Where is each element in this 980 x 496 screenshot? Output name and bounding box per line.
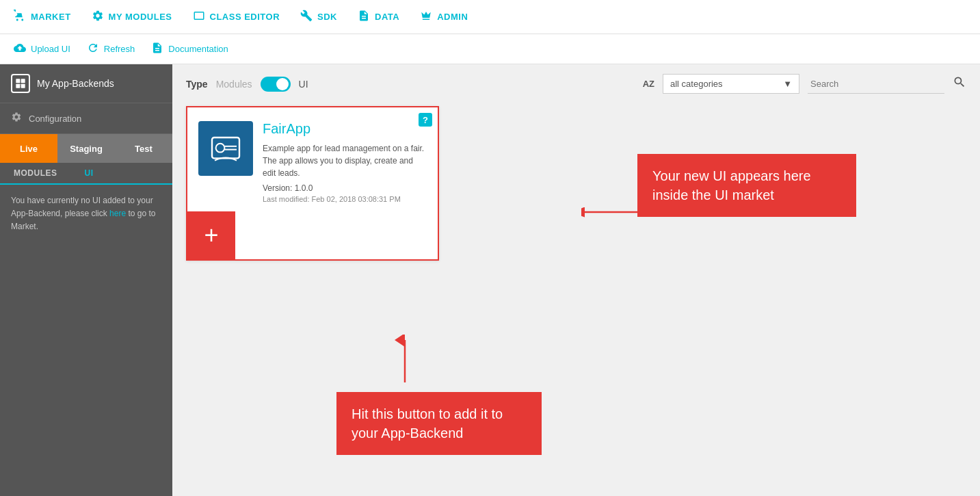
app-last-modified: Last modified: Feb 02, 2018 03:08:31 PM [263,195,427,203]
admin-icon [420,10,432,25]
refresh-icon [87,42,99,57]
type-modules-label: Modules [216,79,252,90]
tab-modules[interactable]: MODULES [0,163,71,183]
nav-data[interactable]: DATA [358,10,399,25]
documentation-icon [151,42,163,57]
callout-right: Your new UI appears here inside the UI m… [637,154,856,217]
documentation-label: Documentation [168,44,228,54]
app-card-footer: + [187,211,438,259]
help-button[interactable]: ? [419,113,432,127]
module-tabs: MODULES UI [0,163,172,185]
env-tabs: Live Staging Test [0,134,172,163]
nav-class-editor[interactable]: CLASS EDITOR [193,10,280,25]
config-icon [11,112,22,125]
market-link[interactable]: here [109,209,126,218]
nav-market[interactable]: MARKET [14,10,71,25]
app-card-fairapp: ? FairApp Example app for lead ma [186,106,439,261]
nav-class-editor-label: CLASS EDITOR [210,12,280,22]
content-area: Type Modules UI AZ all categories ▼ [172,64,980,496]
svg-rect-1 [21,79,25,83]
sidebar-info: You have currently no UI added to your A… [0,185,172,244]
app-title-row: My App-Backends [0,64,172,103]
add-button[interactable]: + [187,211,235,259]
nav-my-modules-label: MY MODULES [109,12,172,22]
config-label: Configuration [29,114,81,124]
nav-data-label: DATA [375,12,399,22]
app-name: FairApp [263,121,427,137]
svg-point-5 [216,144,225,153]
nav-admin-label: ADMIN [437,12,468,22]
app-version: Version: 1.0.0 [263,183,427,193]
market-icon [14,10,26,25]
arrow-up [391,335,419,392]
filter-bar: AZ all categories ▼ [643,74,966,94]
env-tab-staging[interactable]: Staging [57,134,115,163]
nav-my-modules[interactable]: MY MODULES [92,10,172,25]
class-editor-icon [193,10,205,25]
sub-toolbar: Upload UI Refresh Documentation [0,34,980,64]
app-card-image [198,121,253,176]
toggle-knob [276,78,289,90]
main-layout: My App-Backends Configuration Live Stagi… [0,64,980,496]
search-icon[interactable] [953,75,966,92]
data-icon [358,10,370,25]
nav-admin[interactable]: ADMIN [420,10,468,25]
tab-ui[interactable]: UI [71,163,107,185]
top-nav: MARKET MY MODULES CLASS EDITOR SDK DATA … [0,0,980,34]
configuration-item[interactable]: Configuration [0,103,172,134]
nav-sdk[interactable]: SDK [300,10,337,25]
svg-rect-2 [16,84,20,88]
env-tab-test[interactable]: Test [115,134,172,163]
cards-area: ? FairApp Example app for lead ma [172,99,980,496]
app-card-body: FairApp Example app for lead management … [187,107,438,211]
env-tab-live[interactable]: Live [0,134,57,163]
category-dropdown[interactable]: all categories ▼ [663,74,799,94]
type-label: Type [186,79,208,90]
sidebar: My App-Backends Configuration Live Stagi… [0,64,172,496]
app-description: Example app for lead management on a fai… [263,142,427,179]
upload-icon [14,42,26,57]
nav-sdk-label: SDK [317,12,337,22]
documentation-button[interactable]: Documentation [151,42,228,57]
search-input[interactable] [808,75,944,94]
dropdown-chevron-icon: ▼ [783,79,792,89]
sort-az-icon: AZ [643,79,654,89]
app-title: My App-Backends [37,78,114,89]
callout-bottom: Hit this button to add it to your App-Ba… [336,392,542,455]
plus-icon: + [204,223,218,248]
svg-rect-3 [21,84,25,88]
app-icon [11,74,30,93]
refresh-label: Refresh [104,44,135,54]
svg-rect-0 [16,79,20,83]
upload-ui-button[interactable]: Upload UI [14,42,70,57]
type-ui-label: UI [299,79,308,90]
app-card-info: FairApp Example app for lead management … [263,121,427,203]
modules-icon [92,10,104,25]
type-toggle[interactable] [261,77,291,92]
upload-ui-label: Upload UI [31,44,70,54]
sdk-icon [300,10,313,25]
refresh-button[interactable]: Refresh [87,42,135,57]
nav-market-label: MARKET [31,12,71,22]
type-bar: Type Modules UI [186,77,308,92]
